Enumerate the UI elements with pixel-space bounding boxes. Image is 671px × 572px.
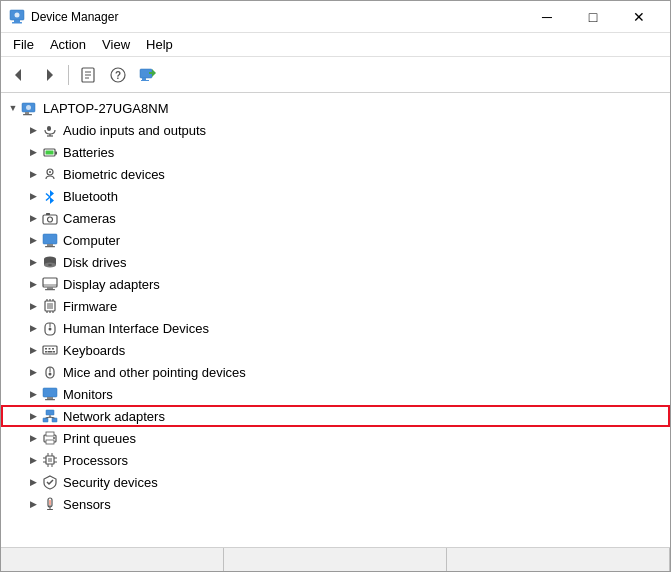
tree-item-biometric[interactable]: Biometric devices	[1, 163, 670, 185]
menu-file[interactable]: File	[5, 35, 42, 54]
mice-expand-arrow[interactable]	[25, 364, 41, 380]
disk-icon	[41, 253, 59, 271]
root-expand-arrow[interactable]	[5, 100, 21, 116]
tree-item-batteries[interactable]: Batteries	[1, 141, 670, 163]
mice-icon	[41, 363, 59, 381]
biometric-icon	[41, 165, 59, 183]
forward-button[interactable]	[35, 61, 63, 89]
svg-text:?: ?	[115, 70, 121, 81]
network-expand-arrow[interactable]	[25, 408, 41, 424]
svg-point-33	[48, 217, 53, 222]
menu-help[interactable]: Help	[138, 35, 181, 54]
tree-item-security[interactable]: Security devices	[1, 471, 670, 493]
print-icon	[41, 429, 59, 447]
batteries-expand-arrow[interactable]	[25, 144, 41, 160]
svg-rect-13	[142, 78, 146, 80]
svg-marker-4	[15, 69, 21, 81]
tree-item-audio[interactable]: Audio inputs and outputs	[1, 119, 670, 141]
tree-item-cameras[interactable]: Cameras	[1, 207, 670, 229]
maximize-button[interactable]: □	[570, 1, 616, 33]
tree-item-display[interactable]: Display adapters	[1, 273, 670, 295]
tree-item-mice[interactable]: Mice and other pointing devices	[1, 361, 670, 383]
svg-rect-57	[43, 346, 57, 354]
svg-rect-72	[52, 418, 57, 422]
tree-item-processors[interactable]: Processors	[1, 449, 670, 471]
tree-item-computer[interactable]: Computer	[1, 229, 670, 251]
print-label: Print queues	[63, 431, 136, 446]
hid-label: Human Interface Devices	[63, 321, 209, 336]
firmware-expand-arrow[interactable]	[25, 298, 41, 314]
tree-item-sensors[interactable]: Sensors	[1, 493, 670, 515]
svg-rect-47	[47, 303, 53, 309]
svg-rect-63	[53, 351, 55, 353]
audio-expand-arrow[interactable]	[25, 122, 41, 138]
disk-expand-arrow[interactable]	[25, 254, 41, 270]
svg-rect-42	[43, 278, 57, 287]
update-driver-button[interactable]	[134, 61, 162, 89]
svg-rect-45	[45, 289, 55, 290]
svg-rect-44	[47, 287, 53, 289]
svg-rect-70	[46, 410, 54, 415]
svg-rect-61	[45, 351, 47, 353]
network-label: Network adapters	[63, 409, 165, 424]
svg-rect-93	[50, 500, 51, 505]
tree-item-hid[interactable]: Human Interface Devices	[1, 317, 670, 339]
firmware-icon	[41, 297, 59, 315]
firmware-label: Firmware	[63, 299, 117, 314]
display-icon	[41, 275, 59, 293]
menu-action[interactable]: Action	[42, 35, 94, 54]
svg-point-3	[15, 12, 20, 17]
audio-label: Audio inputs and outputs	[63, 123, 206, 138]
app-icon	[9, 9, 25, 25]
tree-item-firmware[interactable]: Firmware	[1, 295, 670, 317]
computer-label: Computer	[63, 233, 120, 248]
bluetooth-expand-arrow[interactable]	[25, 188, 41, 204]
properties-button[interactable]	[74, 61, 102, 89]
svg-rect-25	[46, 151, 54, 155]
status-section-3	[447, 548, 670, 571]
device-manager-window: Device Manager ─ □ ✕ File Action View He…	[0, 0, 671, 572]
network-icon	[41, 407, 59, 425]
device-tree[interactable]: LAPTOP-27UGA8NM Audio inputs and outputs	[1, 93, 670, 547]
display-expand-arrow[interactable]	[25, 276, 41, 292]
biometric-expand-arrow[interactable]	[25, 166, 41, 182]
security-icon	[41, 473, 59, 491]
processors-expand-arrow[interactable]	[25, 452, 41, 468]
toolbar: ?	[1, 57, 670, 93]
tree-item-network[interactable]: Network adapters	[1, 405, 670, 427]
tree-item-monitors[interactable]: Monitors	[1, 383, 670, 405]
close-button[interactable]: ✕	[616, 1, 662, 33]
print-expand-arrow[interactable]	[25, 430, 41, 446]
svg-rect-36	[47, 244, 53, 246]
computer-expand-arrow[interactable]	[25, 232, 41, 248]
tree-item-print[interactable]: Print queues	[1, 427, 670, 449]
back-button[interactable]	[5, 61, 33, 89]
status-bar	[1, 547, 670, 571]
help-button[interactable]: ?	[104, 61, 132, 89]
tree-item-disk[interactable]: Disk drives	[1, 251, 670, 273]
main-content: LAPTOP-27UGA8NM Audio inputs and outputs	[1, 93, 670, 547]
svg-rect-60	[52, 348, 54, 350]
title-bar: Device Manager ─ □ ✕	[1, 1, 670, 33]
svg-marker-28	[50, 190, 54, 197]
security-expand-arrow[interactable]	[25, 474, 41, 490]
svg-rect-69	[45, 399, 55, 400]
processors-label: Processors	[63, 453, 128, 468]
keyboards-label: Keyboards	[63, 343, 125, 358]
tree-item-keyboards[interactable]: Keyboards	[1, 339, 670, 361]
svg-point-66	[49, 373, 52, 376]
monitors-expand-arrow[interactable]	[25, 386, 41, 402]
hid-expand-arrow[interactable]	[25, 320, 41, 336]
tree-item-bluetooth[interactable]: Bluetooth	[1, 185, 670, 207]
menu-view[interactable]: View	[94, 35, 138, 54]
minimize-button[interactable]: ─	[524, 1, 570, 33]
svg-rect-92	[47, 509, 53, 510]
sensors-expand-arrow[interactable]	[25, 496, 41, 512]
bluetooth-label: Bluetooth	[63, 189, 118, 204]
security-label: Security devices	[63, 475, 158, 490]
keyboards-expand-arrow[interactable]	[25, 342, 41, 358]
tree-root[interactable]: LAPTOP-27UGA8NM	[1, 97, 670, 119]
cameras-expand-arrow[interactable]	[25, 210, 41, 226]
svg-point-79	[53, 437, 55, 439]
mice-label: Mice and other pointing devices	[63, 365, 246, 380]
